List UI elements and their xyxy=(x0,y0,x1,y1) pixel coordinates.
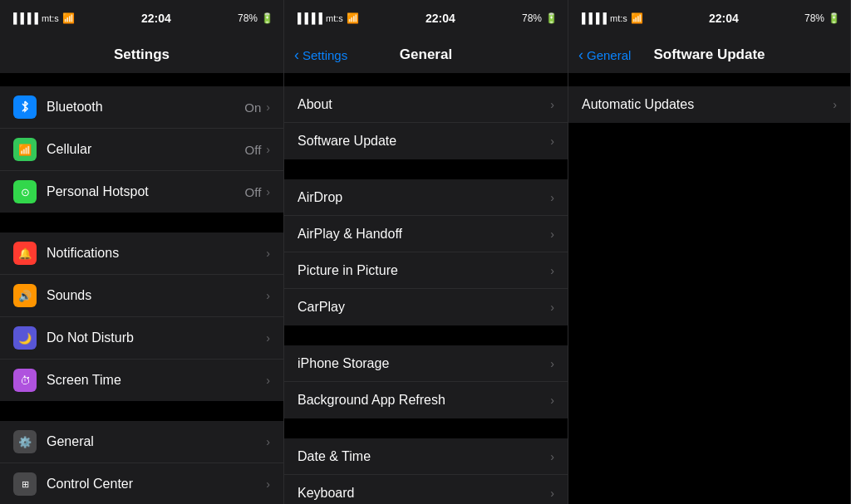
carplay-chevron: › xyxy=(550,301,554,314)
battery-icon-3: 🔋 xyxy=(828,12,840,24)
automatic-updates-item[interactable]: Automatic Updates › xyxy=(568,86,850,123)
status-left-1: ▐▐▐▐ mt:s 📶 xyxy=(10,12,75,24)
cellular-icon: 📶 xyxy=(13,138,37,161)
software-update-content[interactable]: Automatic Updates › xyxy=(568,73,850,504)
cellular-value: Off xyxy=(245,143,262,157)
about-label: About xyxy=(298,97,550,112)
software-update-back-label: General xyxy=(587,48,631,62)
network-label-1: mt:s xyxy=(42,13,59,23)
screentime-icon: ⏱ xyxy=(13,369,37,392)
general-about-section: About › Software Update › xyxy=(284,86,568,159)
keyboard-label: Keyboard xyxy=(298,486,550,501)
airplay-handoff-label: AirPlay & Handoff xyxy=(298,227,550,242)
settings-header: Settings xyxy=(0,37,283,73)
back-chevron-general: ‹ xyxy=(294,46,299,64)
general-back-button[interactable]: ‹ Settings xyxy=(294,46,347,64)
sounds-icon: 🔊 xyxy=(13,284,37,307)
dnd-icon: 🌙 xyxy=(13,326,37,350)
signal-icon-1: ▐▐▐▐ xyxy=(10,12,38,24)
battery-icon-2: 🔋 xyxy=(545,12,558,24)
notifications-icon: 🔔 xyxy=(13,242,37,265)
cellular-label: Cellular xyxy=(47,142,245,157)
background-refresh-item[interactable]: Background App Refresh › xyxy=(284,382,568,418)
general-content[interactable]: About › Software Update › AirDrop › AirP… xyxy=(284,73,568,504)
software-update-back-button[interactable]: ‹ General xyxy=(578,46,631,64)
software-update-chevron: › xyxy=(550,135,554,148)
software-update-panel: ▐▐▐▐ mt:s 📶 22:04 78% 🔋 ‹ General Softwa… xyxy=(568,0,851,504)
control-center-icon: ⊞ xyxy=(13,472,37,496)
airplay-handoff-item[interactable]: AirPlay & Handoff › xyxy=(284,216,568,252)
pip-label: Picture in Picture xyxy=(298,263,550,278)
battery-label-3: 78% xyxy=(804,12,824,24)
general-datetime-section: Date & Time › Keyboard › Fonts › xyxy=(284,438,568,504)
software-update-header: ‹ General Software Update xyxy=(568,37,850,73)
general-icon: ⚙️ xyxy=(13,430,37,453)
pip-item[interactable]: Picture in Picture › xyxy=(284,252,568,289)
settings-content[interactable]: Bluetooth On › 📶 Cellular Off › ⊙ Person… xyxy=(0,73,283,504)
hotspot-label: Personal Hotspot xyxy=(47,184,245,199)
battery-label-2: 78% xyxy=(522,12,542,24)
screentime-item[interactable]: ⏱ Screen Time › xyxy=(0,360,283,401)
automatic-updates-chevron: › xyxy=(833,98,837,111)
cellular-item[interactable]: 📶 Cellular Off › xyxy=(0,129,283,171)
keyboard-item[interactable]: Keyboard › xyxy=(284,475,568,504)
iphone-storage-item[interactable]: iPhone Storage › xyxy=(284,345,568,382)
status-bar-2: ▐▐▐▐ mt:s 📶 22:04 78% 🔋 xyxy=(284,0,568,37)
airdrop-item[interactable]: AirDrop › xyxy=(284,179,568,216)
bluetooth-icon xyxy=(13,95,37,119)
about-chevron: › xyxy=(550,98,554,111)
iphone-storage-label: iPhone Storage xyxy=(298,356,550,371)
settings-title: Settings xyxy=(114,46,170,63)
airdrop-label: AirDrop xyxy=(298,190,550,205)
bluetooth-chevron: › xyxy=(266,100,270,114)
general-header: ‹ Settings General xyxy=(284,37,568,73)
general-panel: ▐▐▐▐ mt:s 📶 22:04 78% 🔋 ‹ Settings Gener… xyxy=(284,0,568,504)
bluetooth-label: Bluetooth xyxy=(47,100,244,115)
airplay-handoff-chevron: › xyxy=(550,228,554,241)
software-update-label: Software Update xyxy=(298,134,550,149)
battery-label-1: 78% xyxy=(238,12,258,24)
general-airdrop-section: AirDrop › AirPlay & Handoff › Picture in… xyxy=(284,179,568,325)
keyboard-chevron: › xyxy=(550,487,554,500)
automatic-updates-label: Automatic Updates xyxy=(582,97,833,112)
date-time-chevron: › xyxy=(550,450,554,463)
status-bar-1: ▐▐▐▐ mt:s 📶 22:04 78% 🔋 xyxy=(0,0,283,37)
dnd-item[interactable]: 🌙 Do Not Disturb › xyxy=(0,317,283,360)
sounds-item[interactable]: 🔊 Sounds › xyxy=(0,275,283,317)
bluetooth-value: On xyxy=(244,100,261,115)
notifications-chevron: › xyxy=(266,247,270,260)
software-update-item[interactable]: Software Update › xyxy=(284,123,568,159)
wifi-icon-3: 📶 xyxy=(631,12,643,24)
settings-panel: ▐▐▐▐ mt:s 📶 22:04 78% 🔋 Settings Bluetoo… xyxy=(0,0,284,504)
hotspot-chevron: › xyxy=(266,185,270,198)
back-chevron-su: ‹ xyxy=(578,46,583,64)
carplay-item[interactable]: CarPlay › xyxy=(284,289,568,325)
screentime-chevron: › xyxy=(266,374,270,387)
sounds-chevron: › xyxy=(266,289,270,302)
bluetooth-item[interactable]: Bluetooth On › xyxy=(0,86,283,129)
background-refresh-label: Background App Refresh xyxy=(298,393,550,408)
general-label: General xyxy=(47,434,266,449)
date-time-item[interactable]: Date & Time › xyxy=(284,438,568,475)
control-center-item[interactable]: ⊞ Control Center › xyxy=(0,463,283,504)
screentime-label: Screen Time xyxy=(47,373,266,388)
wifi-icon-1: 📶 xyxy=(62,12,75,24)
status-right-1: 78% 🔋 xyxy=(238,12,273,24)
status-left-3: ▐▐▐▐ mt:s 📶 xyxy=(578,12,643,24)
carplay-label: CarPlay xyxy=(298,300,550,315)
network-label-2: mt:s xyxy=(326,13,343,23)
system-section: 🔔 Notifications › 🔊 Sounds › 🌙 Do Not Di… xyxy=(0,232,283,401)
connectivity-section: Bluetooth On › 📶 Cellular Off › ⊙ Person… xyxy=(0,86,283,213)
pip-chevron: › xyxy=(550,264,554,277)
display-section: ⚙️ General › ⊞ Control Center › 𝐀𝐀 Displ… xyxy=(0,421,283,504)
hotspot-item[interactable]: ⊙ Personal Hotspot Off › xyxy=(0,171,283,213)
dnd-chevron: › xyxy=(266,331,270,345)
general-item[interactable]: ⚙️ General › xyxy=(0,421,283,463)
notifications-item[interactable]: 🔔 Notifications › xyxy=(0,232,283,275)
date-time-label: Date & Time xyxy=(298,449,550,464)
general-storage-section: iPhone Storage › Background App Refresh … xyxy=(284,345,568,418)
general-title: General xyxy=(400,46,452,63)
about-item[interactable]: About › xyxy=(284,86,568,123)
hotspot-value: Off xyxy=(245,185,262,199)
network-label-3: mt:s xyxy=(610,13,627,23)
